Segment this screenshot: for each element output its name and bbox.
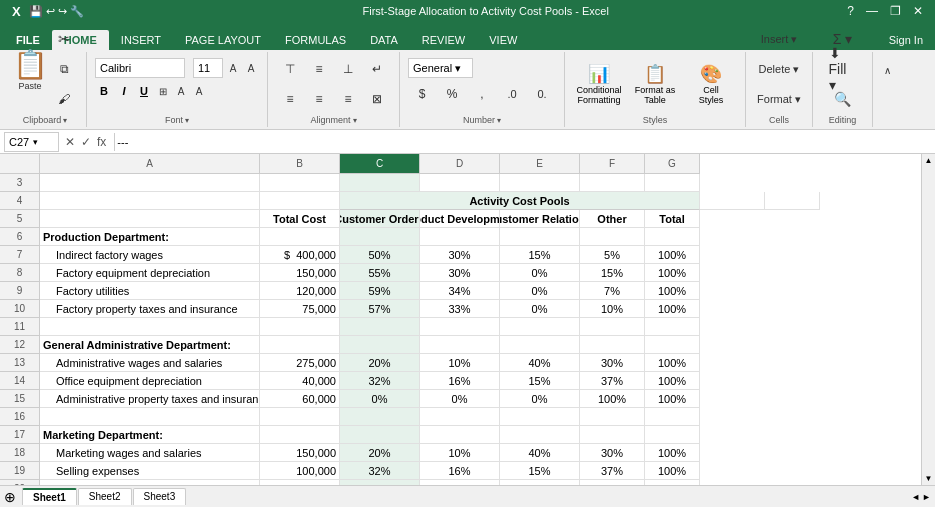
cell-a8[interactable]: Factory equipment depreciation	[40, 264, 260, 282]
row-num-17[interactable]: 17	[0, 426, 40, 444]
cell-b13[interactable]: 275,000	[260, 354, 340, 372]
format-as-table-button[interactable]: 📋 Format asTable	[629, 58, 681, 110]
col-header-c[interactable]: C	[340, 154, 420, 174]
cancel-formula-button[interactable]: ✕	[63, 135, 77, 149]
cell-g6[interactable]	[645, 228, 700, 246]
cell-d8[interactable]: 30%	[420, 264, 500, 282]
cell-a3[interactable]	[40, 174, 260, 192]
currency-button[interactable]: $	[408, 80, 436, 108]
cell-g19[interactable]: 100%	[645, 462, 700, 480]
cell-a11[interactable]	[40, 318, 260, 336]
cell-e16[interactable]	[500, 408, 580, 426]
cell-a17[interactable]: Marketing Department:	[40, 426, 260, 444]
tab-formulas[interactable]: FORMULAS	[273, 30, 358, 50]
cell-f5[interactable]: Other	[580, 210, 645, 228]
cell-e18[interactable]: 40%	[500, 444, 580, 462]
cell-b19[interactable]: 100,000	[260, 462, 340, 480]
cell-g14[interactable]: 100%	[645, 372, 700, 390]
cell-e3[interactable]	[500, 174, 580, 192]
percent-button[interactable]: %	[438, 80, 466, 108]
h-scroll-left[interactable]: ◄	[911, 492, 920, 502]
row-num-5[interactable]: 5	[0, 210, 40, 228]
cell-f19[interactable]: 37%	[580, 462, 645, 480]
align-left-button[interactable]: ≡	[276, 85, 304, 113]
cell-a13[interactable]: Administrative wages and salaries	[40, 354, 260, 372]
cell-a19[interactable]: Selling expenses	[40, 462, 260, 480]
merge-center-button[interactable]: ⊠	[363, 85, 391, 113]
sheet-tab-2[interactable]: Sheet2	[78, 488, 132, 505]
row-num-10[interactable]: 10	[0, 300, 40, 318]
h-scroll-right[interactable]: ►	[922, 492, 931, 502]
cell-g9[interactable]: 100%	[645, 282, 700, 300]
cell-f16[interactable]	[580, 408, 645, 426]
cell-a16[interactable]	[40, 408, 260, 426]
cell-c5[interactable]: Customer Orders	[340, 210, 420, 228]
cell-e15[interactable]: 0%	[500, 390, 580, 408]
decrease-decimal-button[interactable]: 0.	[528, 80, 556, 108]
tab-view[interactable]: VIEW	[477, 30, 529, 50]
cell-e12[interactable]	[500, 336, 580, 354]
cell-d5[interactable]: Product Development	[420, 210, 500, 228]
cell-e10[interactable]: 0%	[500, 300, 580, 318]
cell-d12[interactable]	[420, 336, 500, 354]
cell-b11[interactable]	[260, 318, 340, 336]
row-num-7[interactable]: 7	[0, 246, 40, 264]
font-name-selector[interactable]: Calibri	[95, 58, 185, 78]
row-num-4[interactable]: 4	[0, 192, 40, 210]
cell-c13[interactable]: 20%	[340, 354, 420, 372]
cell-a14[interactable]: Office equipment depreciation	[40, 372, 260, 390]
cell-a12[interactable]: General Administrative Department:	[40, 336, 260, 354]
cell-a6[interactable]: Production Department:	[40, 228, 260, 246]
cell-g7[interactable]: 100%	[645, 246, 700, 264]
cell-b14[interactable]: 40,000	[260, 372, 340, 390]
cell-b16[interactable]	[260, 408, 340, 426]
cell-reference-box[interactable]: C27 ▾	[4, 132, 59, 152]
cell-b5[interactable]: Total Cost	[260, 210, 340, 228]
cell-d18[interactable]: 10%	[420, 444, 500, 462]
cell-e6[interactable]	[500, 228, 580, 246]
cell-c16[interactable]	[340, 408, 420, 426]
font-color-button[interactable]: A	[191, 82, 207, 100]
col-header-g[interactable]: G	[645, 154, 700, 174]
cell-f3[interactable]	[580, 174, 645, 192]
cell-f6[interactable]	[580, 228, 645, 246]
cell-g18[interactable]: 100%	[645, 444, 700, 462]
cell-c9[interactable]: 59%	[340, 282, 420, 300]
cell-g10[interactable]: 100%	[645, 300, 700, 318]
cell-f10[interactable]: 10%	[580, 300, 645, 318]
window-controls[interactable]: ? — ❐ ✕	[843, 4, 927, 18]
cell-e5[interactable]: Customer Relations	[500, 210, 580, 228]
cell-g15[interactable]: 100%	[645, 390, 700, 408]
tab-data[interactable]: DATA	[358, 30, 410, 50]
cell-b4[interactable]	[260, 192, 340, 210]
cell-g8[interactable]: 100%	[645, 264, 700, 282]
insert-function-button[interactable]: fx	[95, 135, 108, 149]
collapse-ribbon-button[interactable]: ∧	[873, 56, 901, 84]
cell-f13[interactable]: 30%	[580, 354, 645, 372]
wrap-text-button[interactable]: ↵	[363, 55, 391, 83]
sheet-tab-1[interactable]: Sheet1	[22, 488, 77, 505]
cell-e17[interactable]	[500, 426, 580, 444]
row-num-3[interactable]: 3	[0, 174, 40, 192]
cell-g5[interactable]: Total	[645, 210, 700, 228]
cell-b10[interactable]: 75,000	[260, 300, 340, 318]
cell-g17[interactable]	[645, 426, 700, 444]
cell-a10[interactable]: Factory property taxes and insurance	[40, 300, 260, 318]
row-num-16[interactable]: 16	[0, 408, 40, 426]
cell-c14[interactable]: 32%	[340, 372, 420, 390]
cell-b9[interactable]: 120,000	[260, 282, 340, 300]
cell-activity-cost-pools[interactable]: Activity Cost Pools	[340, 192, 700, 210]
cell-c12[interactable]	[340, 336, 420, 354]
border-button[interactable]: ⊞	[155, 82, 171, 100]
cell-f7[interactable]: 5%	[580, 246, 645, 264]
cell-b6[interactable]	[260, 228, 340, 246]
font-size-selector[interactable]: 11	[193, 58, 223, 78]
increase-decimal-button[interactable]: .0	[498, 80, 526, 108]
cell-e13[interactable]: 40%	[500, 354, 580, 372]
cell-d14[interactable]: 16%	[420, 372, 500, 390]
cell-d10[interactable]: 33%	[420, 300, 500, 318]
cell-g13[interactable]: 100%	[645, 354, 700, 372]
add-sheet-button[interactable]: ⊕	[4, 489, 16, 505]
cell-d16[interactable]	[420, 408, 500, 426]
row-num-9[interactable]: 9	[0, 282, 40, 300]
